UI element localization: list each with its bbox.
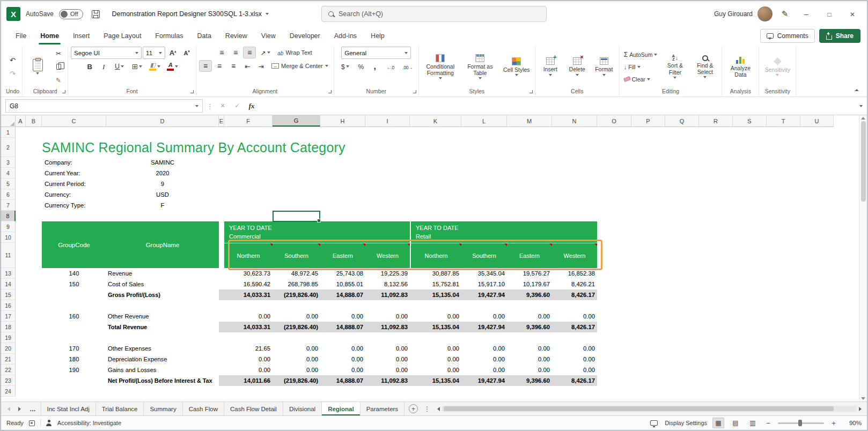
row-header[interactable]: 23 xyxy=(1,375,16,386)
column-header-p[interactable]: P xyxy=(631,115,665,127)
align-middle-button[interactable] xyxy=(229,47,242,58)
cell[interactable]: 0.00 xyxy=(552,365,597,375)
horizontal-scrollbar[interactable] xyxy=(432,402,867,415)
find-select-button[interactable]: Find & Select xyxy=(691,48,719,86)
scroll-right-icon[interactable] xyxy=(859,407,862,411)
column-header-d[interactable]: D xyxy=(106,115,219,127)
cell[interactable]: 8,426.17 xyxy=(552,289,597,300)
column-header-s[interactable]: S xyxy=(733,115,767,127)
cell[interactable]: 16,852.38 xyxy=(552,268,597,279)
sort-filter-button[interactable]: Sort & Filter xyxy=(661,48,689,86)
sheet-tab-cash-flow-detail[interactable]: Cash Flow Detail xyxy=(224,402,283,415)
align-top-button[interactable] xyxy=(215,47,228,58)
cell-groupname[interactable]: Gains and Losses xyxy=(106,365,219,375)
cell[interactable]: 11,092.83 xyxy=(365,375,410,386)
cell[interactable]: 268,798.85 xyxy=(273,279,320,289)
increase-decimal-button[interactable] xyxy=(382,61,399,72)
column-header-h[interactable]: H xyxy=(320,115,365,127)
cell-groupcode[interactable] xyxy=(42,289,106,300)
autosave-toggle[interactable]: Off xyxy=(59,9,83,19)
cell[interactable]: 15,917.10 xyxy=(461,279,507,289)
cell-groupcode[interactable]: 160 xyxy=(42,311,106,322)
row-header[interactable]: 4 xyxy=(1,168,16,179)
region-header-cell[interactable]: Northern xyxy=(411,243,461,268)
undo-button[interactable] xyxy=(6,54,19,66)
column-header-q[interactable]: Q xyxy=(665,115,699,127)
merge-center-button[interactable]: Merge & Center xyxy=(269,60,331,72)
cell[interactable]: 14,033.31 xyxy=(224,322,273,332)
groupcode-header[interactable]: GroupCode xyxy=(42,242,106,248)
cell[interactable]: 0.00 xyxy=(224,365,273,375)
row-header[interactable]: 6 xyxy=(1,189,16,200)
cell-groupname[interactable]: Gross Profit/(Loss) xyxy=(106,289,219,300)
document-title[interactable]: Demonstration Report Designer S300SQL 1-… xyxy=(109,8,273,20)
cell[interactable]: 19,427.94 xyxy=(461,322,507,332)
region-header-cell[interactable]: Northern xyxy=(224,243,273,268)
cell[interactable]: 0.00 xyxy=(552,311,597,322)
italic-button[interactable] xyxy=(97,61,110,72)
sheet-tab-divisional[interactable]: Divisional xyxy=(283,402,322,415)
cell[interactable]: 35,345.04 xyxy=(461,268,507,279)
row-header[interactable]: 13 xyxy=(1,268,16,279)
cell[interactable]: 30,623.73 xyxy=(224,268,273,279)
cell-groupname[interactable]: Other Revenue xyxy=(106,311,219,322)
wrap-text-button[interactable]: Wrap Text xyxy=(275,47,314,58)
format-as-table-button[interactable]: Format as Table xyxy=(461,48,499,86)
cell[interactable]: 30,887.85 xyxy=(410,268,461,279)
row-header[interactable]: 2 xyxy=(1,138,16,157)
pen-mode-button[interactable] xyxy=(777,6,792,21)
formula-bar-splitter[interactable] xyxy=(207,101,214,111)
ribbon-tab-review[interactable]: Review xyxy=(218,27,254,44)
macro-record-icon[interactable] xyxy=(29,420,35,426)
cell[interactable]: 8,426.17 xyxy=(552,375,597,386)
vertical-scrollbar[interactable] xyxy=(859,115,867,402)
cell[interactable]: 0.00 xyxy=(410,365,461,375)
cell[interactable]: 0.00 xyxy=(273,343,320,354)
ribbon-tab-file[interactable]: File xyxy=(9,27,33,44)
sheet-scroll-right-button[interactable] xyxy=(14,402,25,415)
format-cells-button[interactable]: Format xyxy=(592,48,616,86)
cell[interactable]: 9,396.60 xyxy=(507,322,552,332)
page-break-view-button[interactable] xyxy=(747,418,759,428)
cell[interactable]: 11,092.83 xyxy=(365,289,410,300)
row-header[interactable]: 10 xyxy=(1,232,16,243)
cell[interactable]: 0.00 xyxy=(365,365,410,375)
number-dialog-launcher[interactable] xyxy=(413,90,417,94)
info-value[interactable]: 9 xyxy=(106,179,219,189)
column-header-c[interactable]: C xyxy=(42,115,106,127)
zoom-slider-thumb[interactable] xyxy=(798,420,802,426)
sheet-scroll-left-button[interactable] xyxy=(3,402,14,415)
cell[interactable]: 0.00 xyxy=(461,365,507,375)
cell[interactable]: 19,225.39 xyxy=(365,268,410,279)
clipboard-dialog-launcher[interactable] xyxy=(62,90,67,94)
sensitivity-button[interactable]: Sensitivity xyxy=(762,48,793,86)
bold-button[interactable] xyxy=(83,61,96,72)
analyze-data-button[interactable]: Analyze Data xyxy=(725,48,756,86)
row-header[interactable]: 9 xyxy=(1,221,16,232)
ribbon-tab-home[interactable]: Home xyxy=(33,27,66,44)
underline-button[interactable] xyxy=(111,61,128,72)
groupname-header[interactable]: GroupName xyxy=(106,242,219,248)
column-header-b[interactable]: B xyxy=(26,115,42,127)
info-label[interactable]: Currency Type: xyxy=(42,200,106,211)
cell[interactable]: 15,135.04 xyxy=(410,375,461,386)
cell-groupname[interactable]: Revenue xyxy=(106,268,219,279)
cell[interactable]: 0.00 xyxy=(365,343,410,354)
insert-function-button[interactable]: fx xyxy=(246,100,257,112)
increase-font-button[interactable] xyxy=(166,47,179,59)
sheet-tab-inc-stat-incl-adj[interactable]: Inc Stat Incl Adj xyxy=(41,402,96,415)
row-header[interactable]: 1 xyxy=(1,127,16,138)
insert-cells-button[interactable]: Insert xyxy=(538,48,563,86)
cell[interactable]: 19,576.27 xyxy=(507,268,552,279)
cell[interactable]: 0.00 xyxy=(273,311,320,322)
commercial-header-block[interactable]: YEAR TO DATE Commercial Northern Souther… xyxy=(224,221,410,268)
cell[interactable]: 19,427.94 xyxy=(461,375,507,386)
cell[interactable]: 15,135.04 xyxy=(410,322,461,332)
row-header[interactable]: 17 xyxy=(1,311,16,322)
page-layout-view-button[interactable] xyxy=(730,418,741,428)
ribbon-tab-developer[interactable]: Developer xyxy=(283,27,327,44)
orientation-button[interactable] xyxy=(257,47,274,58)
cell[interactable]: 0.00 xyxy=(410,311,461,322)
cell[interactable]: 0.00 xyxy=(507,311,552,322)
ribbon-tab-page-layout[interactable]: Page Layout xyxy=(97,27,148,44)
